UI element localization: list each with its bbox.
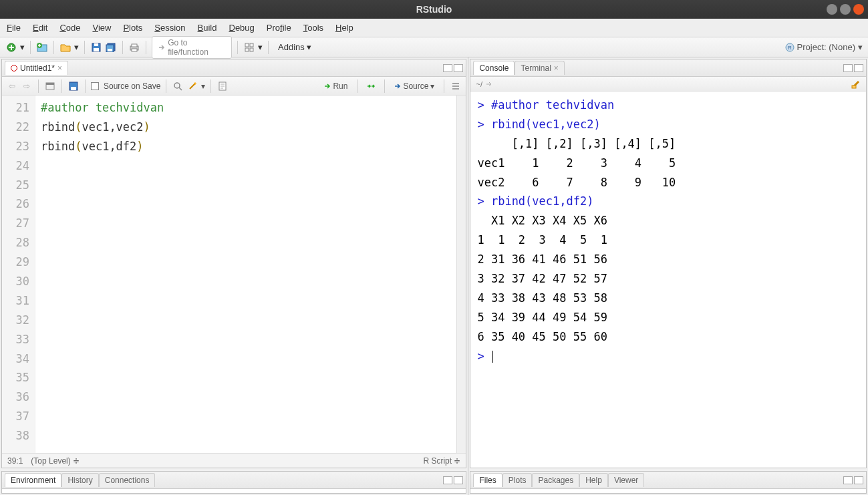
open-file-icon[interactable] <box>59 41 71 53</box>
wand-icon[interactable] <box>186 80 198 92</box>
new-file-icon[interactable] <box>5 41 17 53</box>
goto-arrow-icon <box>158 43 165 51</box>
menu-code[interactable]: Code <box>59 23 80 33</box>
rerun-button[interactable] <box>363 81 379 91</box>
r-project-icon: R <box>785 43 794 52</box>
tab-help[interactable]: Help <box>579 473 608 487</box>
find-icon[interactable] <box>172 80 184 92</box>
tab-console[interactable]: Console <box>473 61 515 75</box>
scope-selector[interactable]: (Top Level) ≑ <box>31 456 80 466</box>
maximize-icon[interactable] <box>840 4 851 15</box>
tab-close-icon[interactable]: × <box>57 63 62 73</box>
minimize-pane-icon[interactable] <box>443 476 452 484</box>
editor-statusbar: 39:1 (Top Level) ≑ R Script ≑ <box>2 453 466 468</box>
run-arrow-icon <box>324 83 331 90</box>
tab-environment[interactable]: Environment <box>5 473 61 487</box>
menu-debug[interactable]: Debug <box>229 23 255 33</box>
back-icon[interactable]: ⇦ <box>6 80 18 92</box>
source-button[interactable]: Source ▾ <box>390 80 438 92</box>
source-on-save-checkbox[interactable] <box>91 82 99 90</box>
minimize-pane-icon[interactable] <box>843 476 853 484</box>
files-pane: Files Plots Packages Help Viewer <box>470 471 867 494</box>
unsaved-indicator-icon <box>11 65 17 71</box>
svg-rect-8 <box>108 49 112 51</box>
goto-file-input[interactable]: Go to file/function <box>152 36 232 59</box>
svg-rect-24 <box>852 86 856 88</box>
titlebar: RStudio <box>0 0 868 19</box>
save-icon[interactable] <box>67 80 80 92</box>
grid-icon[interactable] <box>243 41 255 53</box>
dropdown-icon[interactable]: ▾ <box>258 42 263 52</box>
source-pane: Untitled1* × ⇦ ⇨ Source on Save <box>1 59 466 468</box>
vertical-scrollbar[interactable] <box>456 96 466 453</box>
window-title: RStudio <box>416 4 452 15</box>
main-toolbar: ▾ ▾ Go to file/function ▾ Addins ▾ R Pro… <box>0 37 868 57</box>
tab-close-icon[interactable]: × <box>554 63 559 73</box>
line-gutter: 21 22 23 24 25 26 27 28 29 30 31 32 33 3… <box>2 96 35 453</box>
svg-rect-12 <box>245 43 249 47</box>
environment-pane: Environment History Connections <box>1 471 466 494</box>
goto-dir-icon[interactable] <box>485 81 493 88</box>
source-tab[interactable]: Untitled1* × <box>5 61 68 75</box>
menu-session[interactable]: Session <box>154 23 185 33</box>
menu-view[interactable]: View <box>92 23 111 33</box>
svg-text:R: R <box>788 45 792 51</box>
svg-rect-21 <box>71 87 76 90</box>
menu-help[interactable]: Help <box>335 23 353 33</box>
addins-button[interactable]: Addins ▾ <box>274 41 315 53</box>
minimize-pane-icon[interactable] <box>843 64 853 72</box>
project-selector[interactable]: R Project: (None) ▾ <box>785 42 863 52</box>
code-editor[interactable]: 21 22 23 24 25 26 27 28 29 30 31 32 33 3… <box>2 96 466 453</box>
minimize-pane-icon[interactable] <box>443 64 452 72</box>
tab-files[interactable]: Files <box>473 473 502 487</box>
save-icon[interactable] <box>90 41 102 53</box>
minimize-icon[interactable] <box>827 4 837 15</box>
menu-build[interactable]: Build <box>198 23 217 33</box>
dropdown-icon[interactable]: ▾ <box>74 42 79 52</box>
source-on-save-label: Source on Save <box>104 81 160 91</box>
tab-terminal[interactable]: Terminal × <box>515 61 564 75</box>
tab-viewer[interactable]: Viewer <box>608 473 644 487</box>
cursor-position: 39:1 <box>7 456 23 466</box>
run-button[interactable]: Run <box>320 80 351 92</box>
dropdown-icon[interactable]: ▾ <box>201 81 205 91</box>
maximize-pane-icon[interactable] <box>454 64 463 72</box>
compile-report-icon[interactable] <box>216 80 229 92</box>
maximize-pane-icon[interactable] <box>854 64 863 72</box>
working-dir: ~/ <box>476 80 482 88</box>
forward-icon[interactable]: ⇨ <box>21 80 33 92</box>
tab-history[interactable]: History <box>61 473 98 487</box>
menu-tools[interactable]: Tools <box>303 23 323 33</box>
svg-rect-10 <box>132 44 137 47</box>
lang-selector[interactable]: R Script ≑ <box>423 456 460 466</box>
maximize-pane-icon[interactable] <box>454 476 463 484</box>
menubar: File Edit Code View Plots Session Build … <box>0 19 868 37</box>
svg-rect-14 <box>245 48 249 51</box>
svg-rect-11 <box>132 49 137 51</box>
outline-icon[interactable] <box>450 80 462 92</box>
menu-edit[interactable]: Edit <box>33 23 47 33</box>
svg-rect-13 <box>250 43 253 47</box>
svg-point-22 <box>174 83 180 88</box>
new-project-icon[interactable] <box>36 41 48 53</box>
tab-plots[interactable]: Plots <box>502 473 533 487</box>
svg-rect-4 <box>94 48 99 51</box>
show-in-new-window-icon[interactable] <box>44 80 56 92</box>
console-output[interactable]: > #author techvidvan > rbind(vec1,vec2) … <box>470 92 866 468</box>
dropdown-icon[interactable]: ▾ <box>20 42 25 52</box>
menu-file[interactable]: File <box>7 23 21 33</box>
menu-profile[interactable]: Profile <box>267 23 291 33</box>
svg-rect-5 <box>94 43 98 46</box>
svg-rect-15 <box>250 48 253 51</box>
save-all-icon[interactable] <box>105 41 117 53</box>
tab-connections[interactable]: Connections <box>99 473 156 487</box>
console-pane: Console Terminal × ~/ > #author techvidv… <box>470 59 867 468</box>
menu-plots[interactable]: Plots <box>123 23 142 33</box>
close-icon[interactable] <box>853 4 864 15</box>
clear-console-icon[interactable] <box>851 79 861 88</box>
print-icon[interactable] <box>128 41 140 53</box>
tab-packages[interactable]: Packages <box>532 473 579 487</box>
source-arrow-icon <box>394 83 401 90</box>
maximize-pane-icon[interactable] <box>854 476 863 484</box>
svg-rect-19 <box>46 83 54 85</box>
